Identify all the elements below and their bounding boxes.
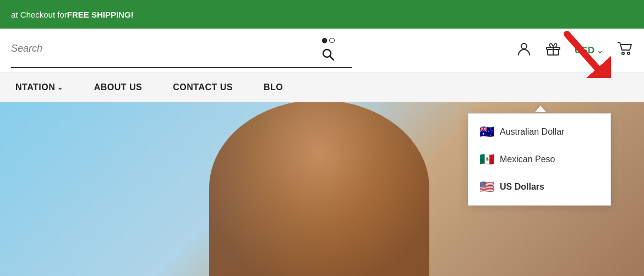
mxn-label: Mexican Peso	[500, 154, 555, 164]
header: ●○ USD ⌄	[0, 29, 644, 73]
nav-label-blog: BLO	[264, 82, 283, 92]
person-silhouette	[209, 102, 429, 276]
currency-option-aud[interactable]: 🇦🇺 Australian Dollar	[468, 118, 610, 146]
mxn-flag-icon: 🇲🇽	[479, 152, 494, 167]
currency-chevron-icon: ⌄	[597, 46, 603, 55]
nav-item-about-us[interactable]: ABOUT US	[79, 73, 158, 102]
aud-flag-icon: 🇦🇺	[479, 125, 494, 139]
usd-flag-icon: 🇺🇸	[479, 180, 494, 194]
svg-point-4	[521, 43, 527, 49]
search-input[interactable]	[11, 43, 321, 54]
svg-line-3	[330, 56, 334, 60]
nav-item-contact-us[interactable]: CONTACT US	[157, 73, 248, 102]
usd-label: US Dollars	[500, 182, 544, 192]
currency-option-usd[interactable]: 🇺🇸 US Dollars	[468, 173, 610, 201]
currency-option-mxn[interactable]: 🇲🇽 Mexican Peso	[468, 146, 610, 173]
search-icon[interactable]: ●○	[321, 33, 352, 65]
nav-item-documentation[interactable]: NTATION ⌄	[0, 73, 79, 102]
banner-text-bold: FREE SHIPPING!	[67, 10, 134, 19]
nav-item-blog[interactable]: BLO	[248, 73, 298, 102]
nav-label-about-us: ABOUT US	[94, 82, 143, 92]
header-icons: USD ⌄	[516, 40, 633, 60]
nav-label-documentation: NTATION	[15, 82, 55, 92]
currency-dropdown: 🇦🇺 Australian Dollar 🇲🇽 Mexican Peso 🇺🇸 …	[468, 113, 611, 206]
svg-point-7	[622, 52, 624, 54]
navbar: NTATION ⌄ ABOUT US CONTACT US BLO	[0, 73, 644, 102]
banner-text-prefix: at Checkout for	[11, 10, 67, 19]
gift-icon-button[interactable]	[545, 40, 561, 60]
currency-selector-button[interactable]: USD ⌄	[575, 45, 603, 56]
nav-chevron-documentation: ⌄	[57, 84, 63, 91]
nav-label-contact-us: CONTACT US	[173, 82, 233, 92]
svg-point-8	[627, 52, 630, 54]
aud-label: Australian Dollar	[500, 127, 564, 137]
currency-label: USD	[575, 45, 594, 56]
cart-icon-button[interactable]	[616, 40, 633, 60]
search-area: ●○	[11, 33, 352, 68]
account-icon-button[interactable]	[516, 41, 532, 60]
top-banner: at Checkout for FREE SHIPPING!	[0, 0, 644, 29]
dropdown-arrow-up	[535, 106, 546, 112]
